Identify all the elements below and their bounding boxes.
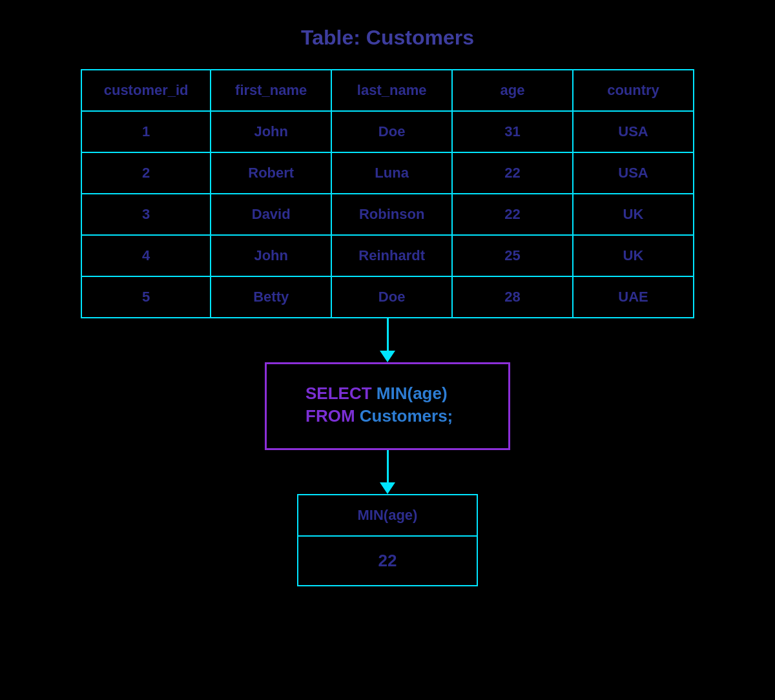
col-header-country: country xyxy=(573,70,694,111)
col-header-customer-id: customer_id xyxy=(81,70,211,111)
cell: 25 xyxy=(452,235,573,276)
sql-table-name: Customers; xyxy=(360,406,453,426)
col-header-last-name: last_name xyxy=(331,70,452,111)
arrow-line xyxy=(387,318,389,351)
cell: 22 xyxy=(452,152,573,194)
table-row: 2 Robert Luna 22 USA xyxy=(81,152,694,194)
cell: John xyxy=(211,235,331,276)
table-row: 1 John Doe 31 USA xyxy=(81,111,694,152)
cell: David xyxy=(211,194,331,235)
cell: 3 xyxy=(81,194,211,235)
cell: 31 xyxy=(452,111,573,152)
cell: 22 xyxy=(452,194,573,235)
sql-keyword-from: FROM xyxy=(305,406,355,426)
result-header: MIN(age) xyxy=(298,495,477,537)
cell: Betty xyxy=(211,276,331,318)
cell: Robert xyxy=(211,152,331,194)
sql-line-1: SELECT MIN(age) xyxy=(305,384,470,404)
cell: 2 xyxy=(81,152,211,194)
arrow-sql-to-result xyxy=(380,450,395,494)
sql-line-2: FROM Customers; xyxy=(305,406,470,426)
flow-diagram: customer_id first_name last_name age cou… xyxy=(81,69,694,586)
cell: UAE xyxy=(573,276,694,318)
cell: Doe xyxy=(331,276,452,318)
cell: Doe xyxy=(331,111,452,152)
sql-query-box: SELECT MIN(age) FROM Customers; xyxy=(265,362,510,450)
page-title: Table: Customers xyxy=(301,26,474,50)
sql-function-min: MIN(age) xyxy=(377,384,448,403)
cell: 4 xyxy=(81,235,211,276)
cell: UK xyxy=(573,235,694,276)
result-value: 22 xyxy=(298,537,477,585)
arrow-head xyxy=(380,351,395,362)
cell: 28 xyxy=(452,276,573,318)
col-header-first-name: first_name xyxy=(211,70,331,111)
cell: Luna xyxy=(331,152,452,194)
arrow-table-to-sql xyxy=(380,318,395,362)
table-row: 4 John Reinhardt 25 UK xyxy=(81,235,694,276)
customers-table: customer_id first_name last_name age cou… xyxy=(81,69,694,318)
table-row: 5 Betty Doe 28 UAE xyxy=(81,276,694,318)
cell: John xyxy=(211,111,331,152)
cell: USA xyxy=(573,111,694,152)
cell: USA xyxy=(573,152,694,194)
table-row: 3 David Robinson 22 UK xyxy=(81,194,694,235)
sql-keyword-select: SELECT xyxy=(305,384,372,403)
result-table: MIN(age) 22 xyxy=(297,494,478,586)
arrow-head xyxy=(380,482,395,494)
col-header-age: age xyxy=(452,70,573,111)
cell: UK xyxy=(573,194,694,235)
table-header-row: customer_id first_name last_name age cou… xyxy=(81,70,694,111)
arrow-line xyxy=(387,450,389,482)
cell: 1 xyxy=(81,111,211,152)
cell: 5 xyxy=(81,276,211,318)
cell: Reinhardt xyxy=(331,235,452,276)
cell: Robinson xyxy=(331,194,452,235)
